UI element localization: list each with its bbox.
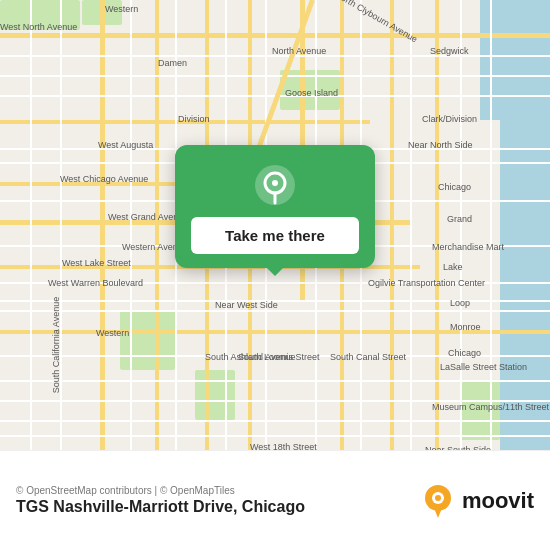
svg-point-6 [435, 495, 441, 501]
location-pin-icon [253, 163, 297, 207]
moovit-text: moovit [462, 488, 534, 514]
take-me-there-button[interactable]: Take me there [191, 217, 359, 254]
moovit-logo: moovit [420, 483, 534, 519]
map-view[interactable]: West North Avenue Western Damen North Av… [0, 0, 550, 450]
svg-marker-7 [434, 508, 442, 518]
popup-card: Take me there [175, 145, 375, 268]
moovit-icon [420, 483, 456, 519]
bottom-bar: © OpenStreetMap contributors | © OpenMap… [0, 450, 550, 550]
location-info: © OpenStreetMap contributors | © OpenMap… [16, 485, 305, 516]
map-attribution: © OpenStreetMap contributors | © OpenMap… [16, 485, 305, 496]
svg-point-2 [272, 180, 278, 186]
location-name: TGS Nashville-Marriott Drive, Chicago [16, 498, 305, 516]
